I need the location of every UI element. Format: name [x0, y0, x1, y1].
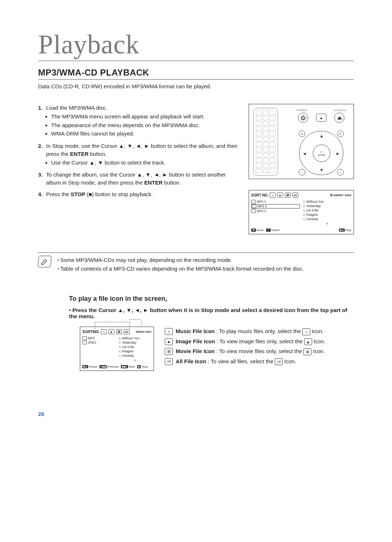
song-item: ♫Honesty	[303, 217, 351, 221]
movie-icon: ⊞	[165, 348, 173, 355]
pencil-icon	[41, 258, 49, 266]
corner-menu-icon: M	[299, 130, 305, 137]
step-bullet: WMA-DRM files cannot be played.	[51, 130, 240, 138]
song-item: ♫Let It Be	[303, 209, 351, 212]
note-icon-box	[38, 256, 52, 267]
select-label: Select	[271, 228, 279, 232]
note-icon: ♫	[118, 341, 121, 344]
remote-diagram: POWER SOURCE ⏻ ▲ ⏏ ▲ ▼ ◄ ► ↵	[249, 104, 354, 179]
legend-tail: Icon.	[283, 358, 296, 364]
legend-desc: : To view all files, select the	[206, 358, 275, 364]
song-item: ♫Imagine	[118, 349, 151, 353]
legend-label: Image File Icon	[176, 338, 215, 344]
step-number: 3.	[38, 171, 46, 187]
step-3: 3. To change the album, use the Cursor ▲…	[38, 171, 240, 187]
step-bullet: The MP3/WMA menu screen will appear and …	[51, 113, 240, 121]
note-icon: ♫	[118, 349, 121, 353]
sub-heading: To play a file icon in the screen,	[69, 295, 354, 303]
movie-icon: ⊞	[303, 348, 311, 355]
folder-icon	[251, 200, 256, 203]
cursor-right-icon: ►	[336, 151, 340, 156]
legend-tail: Icon.	[312, 338, 326, 344]
legend-row-music: ♫ Music File Icon : To play music files …	[165, 328, 354, 335]
power-label: POWER	[296, 109, 307, 112]
legend-label: Movie File Icon	[176, 348, 215, 354]
all-icon: All	[124, 329, 130, 334]
folder-icon	[82, 336, 87, 340]
move-key-icon: ✥	[251, 228, 256, 232]
cursor-down-icon: ▼	[319, 167, 324, 173]
step-4: 4. Press the STOP (■) button to stop pla…	[38, 190, 240, 198]
folder-icon	[252, 205, 256, 208]
all-icon: All	[293, 193, 298, 198]
intro-text: Data CDs (CD-R, CD-RW) encoded in MP3/WM…	[38, 83, 354, 89]
corner-return-icon: R	[337, 130, 344, 137]
folder-item: MP3 3	[251, 209, 300, 213]
move-label: Move	[257, 228, 264, 232]
prev-key-icon: |◀◀	[99, 365, 107, 368]
chapter-title: Playback	[38, 29, 354, 61]
sort-label: SORT NG	[251, 193, 268, 197]
folder-item: MP3 2	[251, 204, 300, 209]
section-title: MP3/WMA-CD PLAYBACK	[38, 68, 354, 80]
step-number: 4.	[38, 190, 46, 198]
select-key-icon: ↵	[266, 228, 271, 232]
play-label: Play	[346, 228, 351, 232]
folder-icon	[82, 341, 87, 344]
movie-icon: ⊞	[285, 193, 291, 198]
onscreen-menu-preview: SORT NG ♫ ▲ ⊞ All ⦿ SMART NAVI MP3 1 MP3…	[249, 190, 354, 234]
legend-label: All File Icon	[176, 358, 206, 364]
legend-desc: : To play music files only, select the	[215, 328, 302, 334]
next-label: Next	[129, 365, 135, 368]
prev-label: Previous	[107, 365, 119, 368]
smart-navi-label: SMART NAVI	[136, 331, 151, 333]
step-text: Load the MP3/WMA disc.	[46, 105, 107, 111]
note-icon: ♫	[118, 336, 121, 340]
legend-row-image: ▲ Image File Icon : To view image files …	[165, 338, 354, 345]
onscreen-menu-preview-2: SORTING ♫ ▲ ⊞ All SMART NAVI MP3 JPEG ♫W…	[80, 327, 154, 371]
step-text: Press the STOP (■) button to stop playba…	[46, 191, 153, 197]
song-item: ♫Without You	[303, 200, 351, 203]
callout-annotation	[95, 322, 130, 329]
legend-row-movie: ⊞ Movie File Icon : To view movie files …	[165, 348, 354, 355]
pause-label: Pause	[89, 365, 97, 368]
song-item: ♫Let It Be	[118, 345, 151, 349]
music-icon: ♫	[101, 329, 107, 334]
note-icon: ♫	[303, 213, 305, 217]
note-text: Table of contents of a MP3-CD varies dep…	[58, 264, 354, 273]
step-bullet: The appearance of the menu depends on th…	[51, 121, 240, 129]
play-key-icon: ▶||	[339, 228, 345, 232]
music-icon: ♫	[302, 328, 310, 335]
legend-row-all: All All File Icon : To view all files, s…	[165, 358, 354, 365]
music-icon: ♫	[270, 193, 275, 198]
song-item: ♫Imagine	[303, 213, 351, 217]
sort-label: SORTING	[82, 330, 99, 334]
legend-tail: Icon.	[310, 328, 324, 334]
note-icon: ♫	[303, 200, 305, 203]
image-icon: ▲	[165, 338, 173, 345]
corner-exit-icon: x	[337, 169, 344, 175]
legend-desc: : To view movie files only, select the	[215, 348, 304, 354]
song-item: ♫Honesty	[118, 354, 151, 357]
image-icon: ▲	[109, 329, 114, 334]
legend-label: Music File Icon	[176, 328, 215, 334]
image-icon: ▲	[304, 338, 312, 345]
note-icon: ♫	[303, 209, 305, 212]
page-number: 28	[38, 411, 354, 417]
song-item: ♫Without You	[118, 336, 151, 340]
movie-icon: ⊞	[116, 329, 122, 334]
sub-instruction: • Press the Cursor ▲, ▼, ◄, ► button whe…	[69, 307, 354, 319]
folder-item: MP3 1	[251, 200, 300, 203]
legend-tail: Icon.	[311, 348, 325, 354]
enter-label: ENTER	[318, 154, 325, 156]
note-icon: ♫	[118, 345, 121, 349]
song-item: ♫Yesterday	[303, 204, 351, 208]
source-button-icon: ⏏	[334, 113, 344, 123]
all-icon: All	[275, 358, 283, 365]
corner-info-icon: i	[299, 169, 305, 175]
pause-key-icon: ▶||	[82, 365, 88, 368]
all-icon: All	[165, 358, 173, 365]
stop-label: Stop	[142, 365, 147, 368]
chevron-down-icon: ▾	[303, 222, 351, 226]
remote-body-graphic	[253, 108, 278, 176]
